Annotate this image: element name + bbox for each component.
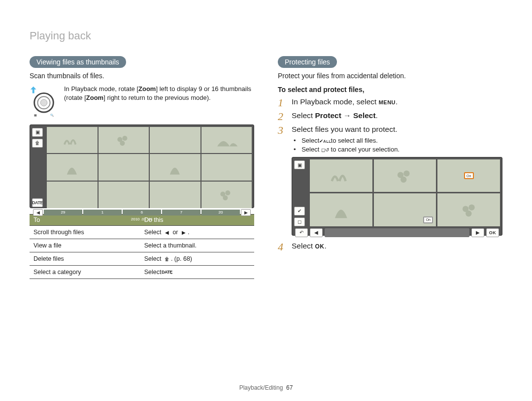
step-1: In Playback mode, select MENU.: [278, 97, 502, 106]
select-all-icon: ✔ᴀʟʟ: [321, 138, 329, 144]
back-icon: ↶: [295, 228, 308, 237]
protect-badge: On: [464, 172, 474, 179]
thumbnail: [437, 193, 500, 226]
svg-text:🔍: 🔍: [50, 113, 54, 117]
protect-screen: ▣ ✔ ◻ On: [292, 157, 502, 236]
right-column: Protecting files Protect your files from…: [278, 56, 502, 279]
left-arrow-icon: ◀: [163, 229, 171, 235]
table-row: View a file Select a thumbnail.: [30, 239, 254, 252]
footer-section: Playback/Editing: [239, 384, 283, 391]
footer-date: 2010 .01. 01: [32, 217, 252, 221]
protect-subtitle: Protect your files from accidental delet…: [278, 72, 502, 80]
scroll-track: [325, 228, 469, 237]
svg-point-2: [40, 99, 47, 106]
thumbnail-screen: ▣ 🗑 DATE: [30, 124, 254, 208]
thumbnail: [150, 154, 200, 181]
select-all-icon: ✔: [294, 207, 305, 216]
trash-icon: 🗑: [32, 139, 43, 148]
playback-icon: ▣: [32, 128, 43, 137]
thumbnail: [99, 182, 149, 208]
thumbnail: [150, 182, 200, 208]
thumbnail-selected: On: [437, 159, 500, 192]
cell-to: Delete files: [30, 252, 140, 265]
step-3: Select files you want to protect. Select…: [278, 125, 502, 236]
table-row: Select a category Select DATE.: [30, 265, 254, 278]
playback-icon: ▣: [294, 160, 305, 169]
thumbnail: [374, 159, 436, 192]
ok-icon: OK: [315, 243, 324, 250]
footer-count: 29: [44, 210, 82, 216]
zoom-dial-icon: ▦ 🔍: [30, 85, 58, 120]
right-arrow-icon: ▶: [180, 229, 188, 235]
thumbnail: [47, 154, 98, 181]
thumbnails-subtitle: Scan thumbnails of files.: [30, 72, 254, 80]
svg-point-13: [400, 177, 406, 183]
thumbnail: [201, 127, 252, 154]
page-number: 67: [286, 384, 293, 391]
cell-to: View a file: [30, 239, 140, 252]
cancel-selection-icon: ◻: [294, 217, 305, 226]
svg-text:▦: ▦: [34, 114, 37, 117]
thumbnail: [47, 127, 98, 154]
step-2: Select Protect → Select.: [278, 111, 502, 120]
cell-do: Select a thumbnail.: [140, 239, 254, 252]
next-page-icon: ▶: [241, 209, 251, 216]
cell-to: Select a category: [30, 265, 140, 278]
cell-do: Select DATE.: [140, 265, 254, 278]
svg-point-10: [223, 195, 228, 200]
thumbnail: On: [374, 193, 436, 226]
menu-icon: MENU: [379, 99, 396, 105]
svg-point-7: [120, 141, 125, 146]
right-arrow-icon: ▶: [471, 228, 484, 237]
thumbnail: [310, 193, 372, 226]
svg-point-15: [469, 205, 475, 211]
thumbnail: [201, 154, 252, 181]
thumbnail: [99, 154, 149, 181]
action-table: To Do this Scroll through files Select ◀…: [30, 214, 254, 279]
page-heading: Playing back: [30, 30, 502, 42]
footer-count: 7: [162, 210, 200, 216]
table-row: Delete files Select 🗑. (p. 68): [30, 252, 254, 265]
thumbnail: [201, 182, 252, 208]
table-row: Scroll through files Select ◀ or ▶.: [30, 225, 254, 239]
thumbnail: [150, 127, 200, 154]
zoom-instruction: In Playback mode, rotate [Zoom] left to …: [64, 85, 254, 102]
svg-point-12: [403, 170, 409, 176]
protect-bold-sub: To select and protect files,: [278, 86, 502, 93]
thumbnail: [47, 182, 98, 208]
ok-icon: OK: [486, 228, 499, 237]
cell-to: Scroll through files: [30, 225, 140, 239]
thumbnail: [99, 127, 149, 154]
cell-do: Select ◀ or ▶.: [140, 225, 254, 239]
section-pill-thumbnails: Viewing files as thumbnails: [30, 56, 126, 68]
left-arrow-icon: ◀: [310, 228, 323, 237]
footer-count: 6: [123, 210, 161, 216]
step-3-sub-2: Select ◻↺ to cancel your selection.: [294, 146, 502, 153]
svg-point-6: [122, 136, 127, 141]
left-column: Viewing files as thumbnails Scan thumbna…: [30, 56, 254, 279]
trash-icon: 🗑: [163, 256, 171, 262]
date-icon: DATE: [163, 269, 171, 275]
cancel-selection-icon: ◻↺: [321, 147, 329, 153]
section-pill-protect: Protecting files: [278, 56, 337, 68]
step-4: Select OK.: [278, 242, 502, 250]
prev-page-icon: ◀: [33, 209, 43, 216]
thumbnail: [310, 159, 372, 192]
step-3-sub-1: Select ✔ᴀʟʟ to select all files.: [294, 137, 502, 144]
svg-point-9: [225, 190, 230, 195]
footer-count: 1: [83, 210, 122, 216]
protect-steps: In Playback mode, select MENU. Select Pr…: [278, 97, 502, 250]
protect-badge: On: [423, 216, 433, 223]
date-icon: DATE: [32, 198, 43, 207]
svg-point-16: [466, 211, 471, 216]
footer-count: 20: [201, 210, 240, 216]
page-footer: Playback/Editing 67: [0, 384, 532, 391]
cell-do: Select 🗑. (p. 68): [140, 252, 254, 265]
